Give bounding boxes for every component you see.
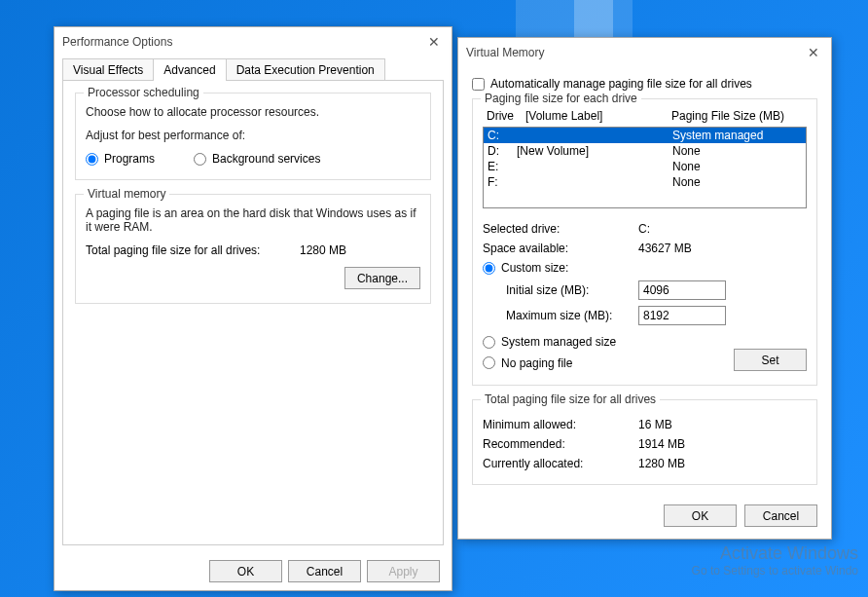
drive-volume [517, 129, 672, 142]
perf-dialog-buttons: OK Cancel Apply [209, 560, 440, 582]
drive-volume [517, 160, 672, 173]
tab-dep[interactable]: Data Execution Prevention [226, 58, 385, 81]
drive-list-header: Drive [Volume Label] Paging File Size (M… [483, 107, 807, 127]
group-title-vm: Virtual memory [84, 187, 169, 201]
drive-letter: E: [488, 160, 517, 173]
min-allowed-label: Minimum allowed: [483, 418, 638, 431]
close-icon[interactable]: ✕ [424, 34, 444, 50]
radio-programs-text: Programs [104, 152, 155, 166]
proc-desc: Choose how to allocate processor resourc… [86, 105, 420, 119]
group-title-pfs: Paging file size for each drive [481, 92, 641, 105]
radio-system-managed-label: System managed size [501, 335, 616, 349]
tab-advanced[interactable]: Advanced [153, 58, 226, 81]
group-totals: Total paging file size for all drives Mi… [472, 399, 817, 485]
proc-adjust-label: Adjust for best performance of: [86, 129, 420, 142]
group-paging-file-size: Paging file size for each drive Drive [V… [472, 98, 817, 386]
initial-size-input[interactable] [638, 280, 726, 300]
radio-custom-size-label: Custom size: [501, 261, 568, 275]
apply-button[interactable]: Apply [367, 560, 440, 582]
drive-pfs: System managed [672, 129, 802, 142]
virtual-memory-dialog: Virtual Memory ✕ Automatically manage pa… [457, 37, 832, 540]
drive-row[interactable]: E: None [484, 159, 806, 174]
vm-titlebar: Virtual Memory ✕ [458, 38, 831, 67]
drive-row[interactable]: C: System managed [484, 128, 806, 143]
auto-manage-checkbox[interactable] [472, 78, 485, 91]
watermark-line2: Go to Settings to activate Windo [692, 564, 858, 578]
space-available-label: Space available: [483, 242, 638, 255]
header-volume: [Volume Label] [525, 109, 602, 123]
change-button[interactable]: Change... [344, 267, 420, 289]
group-virtual-memory: Virtual memory A paging file is an area … [75, 194, 431, 304]
radio-programs[interactable] [86, 153, 98, 166]
activate-windows-watermark: Activate Windows Go to Settings to activ… [692, 543, 858, 578]
drive-volume [517, 175, 672, 189]
selected-drive-value: C: [638, 222, 807, 236]
radio-custom-size[interactable] [483, 262, 495, 275]
vm-desc: A paging file is an area on the hard dis… [86, 206, 420, 234]
perf-tabs: Visual Effects Advanced Data Execution P… [62, 58, 444, 81]
drive-volume: [New Volume] [517, 144, 672, 158]
min-allowed-value: 16 MB [638, 418, 807, 431]
radio-no-paging-label: No paging file [501, 356, 572, 370]
currently-allocated-value: 1280 MB [638, 457, 807, 470]
performance-options-dialog: Performance Options ✕ Visual Effects Adv… [54, 26, 452, 591]
perf-titlebar: Performance Options ✕ [54, 27, 452, 56]
drive-letter: D: [488, 144, 517, 158]
watermark-line1: Activate Windows [692, 543, 858, 564]
radio-bg-text: Background services [212, 152, 320, 166]
radio-system-managed[interactable] [483, 336, 495, 349]
vm-ok-button[interactable]: OK [664, 504, 737, 527]
cancel-button[interactable]: Cancel [288, 560, 361, 582]
recommended-label: Recommended: [483, 437, 638, 451]
tab-content-advanced: Processor scheduling Choose how to alloc… [62, 80, 444, 545]
header-pfs: Paging File Size (MB) [671, 109, 784, 123]
maximum-size-label: Maximum size (MB): [483, 309, 638, 322]
radio-background-services[interactable] [194, 153, 206, 166]
vm-cancel-button[interactable]: Cancel [744, 504, 817, 527]
drive-pfs: None [672, 175, 802, 189]
set-button[interactable]: Set [734, 349, 807, 371]
auto-manage-label: Automatically manage paging file size fo… [490, 77, 752, 91]
maximum-size-input[interactable] [638, 306, 726, 325]
vm-total-value: 1280 MB [300, 243, 420, 257]
radio-no-paging[interactable] [483, 356, 495, 369]
drive-letter: F: [488, 175, 517, 189]
tab-visual-effects[interactable]: Visual Effects [62, 58, 154, 81]
ok-button[interactable]: OK [209, 560, 282, 582]
drive-list[interactable]: C: System managed D: [New Volume] None E… [483, 127, 807, 208]
recommended-value: 1914 MB [638, 437, 807, 451]
drive-pfs: None [672, 160, 802, 173]
currently-allocated-label: Currently allocated: [483, 457, 638, 470]
drive-row[interactable]: F: None [484, 174, 806, 190]
vm-total-label: Total paging file size for all drives: [86, 243, 300, 257]
drive-letter: C: [488, 129, 517, 142]
perf-title: Performance Options [62, 35, 424, 49]
vm-title: Virtual Memory [466, 46, 804, 59]
radio-programs-label[interactable]: Programs [86, 152, 155, 166]
group-title-proc: Processor scheduling [84, 86, 203, 99]
close-icon[interactable]: ✕ [804, 45, 823, 60]
space-available-value: 43627 MB [638, 242, 807, 255]
radio-bg-label[interactable]: Background services [194, 152, 320, 166]
group-processor-scheduling: Processor scheduling Choose how to alloc… [75, 93, 431, 180]
header-drive: Drive [487, 109, 514, 123]
drive-row[interactable]: D: [New Volume] None [484, 143, 806, 159]
selected-drive-label: Selected drive: [483, 222, 638, 236]
group-title-totals: Total paging file size for all drives [481, 392, 660, 406]
initial-size-label: Initial size (MB): [483, 283, 638, 297]
drive-pfs: None [672, 144, 802, 158]
